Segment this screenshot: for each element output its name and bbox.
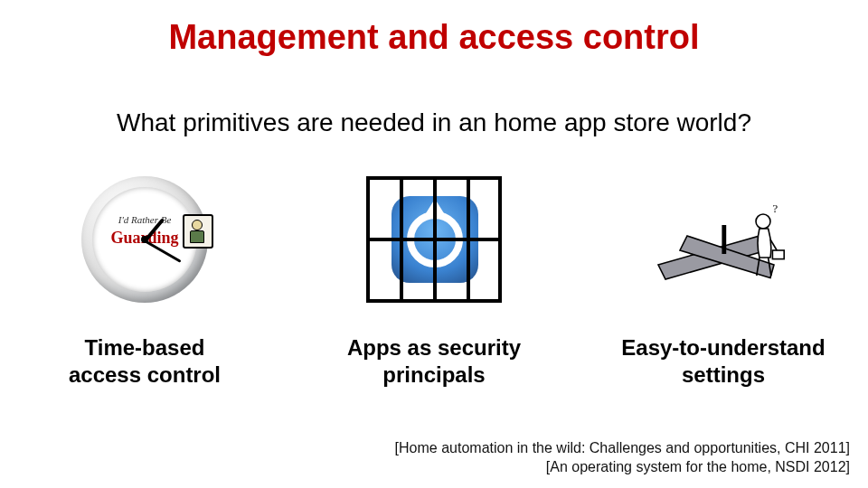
caption-time-based: Time-basedaccess control [69, 334, 221, 389]
svg-text:?: ? [772, 202, 778, 215]
confused-signpost-illustration: ? [651, 172, 796, 307]
slide-title: Management and access control [0, 18, 868, 57]
col-easy-settings: ? Easy-to-understandsettings [588, 172, 859, 389]
signpost-icon: ? [651, 172, 796, 307]
clock-illustration: I'd Rather Be Guarding [72, 172, 217, 307]
content-row: I'd Rather Be Guarding Time-basedaccess … [0, 172, 868, 389]
svg-rect-2 [722, 225, 726, 254]
jail-illustration [362, 172, 506, 307]
caption-apps-principals: Apps as securityprincipals [347, 334, 521, 389]
references: [Home automation in the wild: Challenges… [395, 438, 850, 477]
col-time-based: I'd Rather Be Guarding Time-basedaccess … [9, 172, 280, 389]
svg-point-3 [756, 214, 770, 229]
svg-rect-6 [772, 250, 784, 259]
caption-easy-settings: Easy-to-understandsettings [621, 334, 825, 389]
guard-icon [183, 214, 213, 249]
clock-icon: I'd Rather Be Guarding [81, 176, 208, 303]
reference-1: [Home automation in the wild: Challenges… [395, 438, 850, 458]
reference-2: [An operating system for the home, NSDI … [395, 457, 850, 477]
slide: Management and access control What primi… [0, 0, 868, 488]
slide-subtitle: What primitives are needed in an home ap… [0, 108, 868, 137]
jail-icon [366, 176, 502, 303]
col-apps-principals: Apps as securityprincipals [298, 172, 570, 389]
